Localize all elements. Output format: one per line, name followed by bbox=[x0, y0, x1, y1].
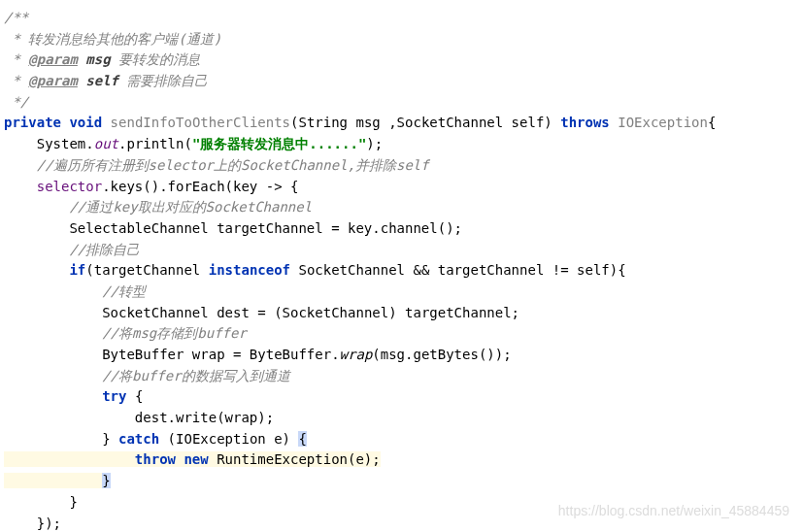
comment: //通过key取出对应的SocketChannel bbox=[4, 199, 312, 215]
comment: /** bbox=[4, 10, 28, 25]
method-signature: private void sendInfoToOtherClients(Stri… bbox=[4, 115, 716, 130]
code-line: try { bbox=[4, 388, 143, 404]
code-line: } bbox=[4, 494, 78, 510]
code-block: /** * 转发消息给其他的客户端(通道) * @param msg 要转发的消… bbox=[4, 8, 799, 532]
highlighted-line: throw new RuntimeException(e); bbox=[4, 451, 381, 467]
comment: //将msg存储到buffer bbox=[4, 325, 247, 341]
comment: * 转发消息给其他的客户端(通道) bbox=[4, 31, 221, 47]
javadoc-param: * @param self 需要排除自己 bbox=[4, 73, 208, 88]
code-line: selector.keys().forEach(key -> { bbox=[4, 179, 298, 194]
code-line: SelectableChannel targetChannel = key.ch… bbox=[4, 220, 462, 236]
javadoc-param: * @param msg 要转发的消息 bbox=[4, 51, 200, 67]
code-line: System.out.println("服务器转发消息中......"); bbox=[4, 136, 383, 151]
comment: */ bbox=[4, 94, 28, 110]
comment: //将buffer的数据写入到通道 bbox=[4, 368, 290, 383]
highlighted-brace: } bbox=[102, 473, 110, 488]
highlighted-brace: { bbox=[298, 431, 306, 447]
comment: //遍历所有注册到selector上的SocketChannel,并排除self bbox=[4, 157, 429, 173]
code-line: ByteBuffer wrap = ByteBuffer.wrap(msg.ge… bbox=[4, 347, 512, 362]
code-line: } catch (IOException e) { bbox=[4, 431, 307, 447]
code-line: if(targetChannel instanceof SocketChanne… bbox=[4, 262, 626, 278]
code-line: SocketChannel dest = (SocketChannel) tar… bbox=[4, 305, 519, 320]
comment: //转型 bbox=[4, 283, 146, 299]
code-line: }); bbox=[4, 515, 61, 531]
code-line: dest.write(wrap); bbox=[4, 410, 274, 425]
highlighted-line: } bbox=[4, 473, 111, 488]
comment: //排除自己 bbox=[4, 242, 140, 257]
